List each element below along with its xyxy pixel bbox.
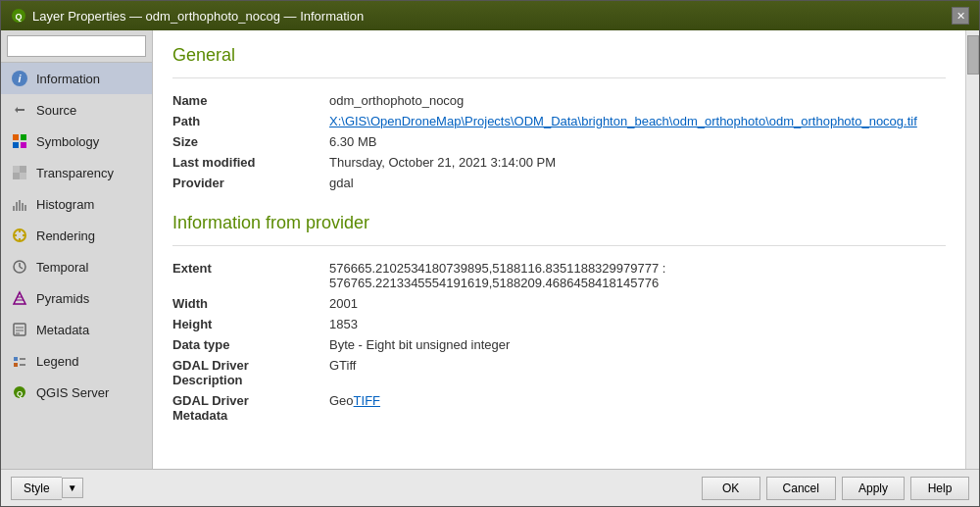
qgis-server-icon: Q bbox=[11, 383, 28, 401]
title-bar-left: Q Layer Properties — odm_orthophoto_noco… bbox=[11, 8, 364, 24]
style-button[interactable]: Style bbox=[11, 477, 62, 500]
footer: Style ▼ OK Cancel Apply Help bbox=[1, 469, 979, 506]
field-value-data-type: Byte - Eight bit unsigned integer bbox=[329, 334, 946, 355]
sidebar-item-information[interactable]: i Information bbox=[1, 63, 152, 94]
field-value-extent: 576665.2102534180739895,5188116.83511883… bbox=[329, 258, 946, 293]
apply-button[interactable]: Apply bbox=[842, 477, 905, 500]
scrollbar[interactable] bbox=[965, 30, 979, 469]
provider-title: Information from provider bbox=[172, 213, 946, 233]
sidebar-item-pyramids[interactable]: Pyramids bbox=[1, 282, 152, 314]
footer-left: Style ▼ bbox=[11, 477, 83, 500]
sidebar-item-qgis-server[interactable]: Q QGIS Server bbox=[1, 377, 152, 408]
sidebar-label-legend: Legend bbox=[36, 354, 78, 369]
transparency-icon bbox=[11, 164, 28, 181]
temporal-icon bbox=[11, 258, 28, 276]
table-row: Last modified Thursday, October 21, 2021… bbox=[172, 152, 946, 173]
field-value-size: 6.30 MB bbox=[329, 131, 946, 152]
table-row: Path X:\GIS\OpenDroneMap\Projects\ODM_Da… bbox=[172, 111, 946, 131]
general-divider bbox=[172, 77, 946, 78]
field-value-gdal-driver-desc: GTiff bbox=[329, 355, 946, 390]
sidebar-item-legend[interactable]: Legend bbox=[1, 345, 152, 377]
sidebar-label-temporal: Temporal bbox=[36, 260, 88, 275]
field-value-provider: gdal bbox=[329, 173, 946, 193]
field-value-name: odm_orthophoto_nocog bbox=[329, 90, 946, 111]
svg-rect-11 bbox=[16, 202, 18, 211]
provider-divider bbox=[172, 245, 946, 246]
sidebar-item-rendering[interactable]: Rendering bbox=[1, 220, 152, 251]
field-label-gdal-driver-desc: GDAL DriverDescription bbox=[172, 355, 329, 390]
table-row: Height 1853 bbox=[172, 314, 946, 334]
style-button-group: Style ▼ bbox=[11, 477, 83, 500]
svg-rect-14 bbox=[24, 205, 26, 211]
rendering-icon bbox=[11, 227, 28, 244]
general-info-table: Name odm_orthophoto_nocog Path X:\GIS\Op… bbox=[172, 90, 946, 193]
search-input[interactable] bbox=[7, 35, 146, 57]
svg-marker-23 bbox=[14, 292, 25, 304]
sidebar-label-histogram: Histogram bbox=[36, 197, 94, 212]
field-label-extent: Extent bbox=[172, 258, 329, 293]
table-row: GDAL DriverDescription GTiff bbox=[172, 355, 946, 390]
content-area: General Name odm_orthophoto_nocog Path X… bbox=[153, 30, 965, 469]
geotiff-link[interactable]: TIFF bbox=[354, 393, 380, 408]
sidebar-label-metadata: Metadata bbox=[36, 323, 89, 337]
path-link[interactable]: X:\GIS\OpenDroneMap\Projects\ODM_Data\br… bbox=[329, 114, 917, 128]
sidebar-label-transparency: Transparency bbox=[36, 166, 114, 180]
sidebar-label-information: Information bbox=[36, 72, 100, 86]
pyramids-icon bbox=[11, 289, 28, 307]
svg-rect-6 bbox=[13, 166, 20, 173]
sidebar-label-qgis-server: QGIS Server bbox=[36, 385, 109, 400]
search-bar bbox=[1, 30, 152, 63]
qgis-title-icon: Q bbox=[11, 8, 26, 24]
provider-section: Information from provider Extent 576665.… bbox=[172, 213, 946, 426]
table-row: Size 6.30 MB bbox=[172, 131, 946, 152]
svg-text:Q: Q bbox=[17, 389, 23, 398]
field-label-path: Path bbox=[172, 111, 329, 131]
source-icon bbox=[11, 101, 28, 119]
table-row: Width 2001 bbox=[172, 293, 946, 314]
ok-button[interactable]: OK bbox=[702, 477, 760, 500]
field-value-gdal-driver-meta: GeoTIFF bbox=[329, 390, 946, 426]
table-row: Provider gdal bbox=[172, 173, 946, 193]
svg-line-22 bbox=[20, 267, 23, 269]
histogram-icon bbox=[11, 195, 28, 213]
close-button[interactable]: ✕ bbox=[952, 7, 969, 25]
svg-rect-13 bbox=[22, 203, 24, 211]
style-dropdown-arrow[interactable]: ▼ bbox=[62, 478, 83, 498]
svg-rect-4 bbox=[13, 142, 19, 148]
table-row: Name odm_orthophoto_nocog bbox=[172, 90, 946, 111]
table-row: Extent 576665.2102534180739895,5188116.8… bbox=[172, 258, 946, 293]
scrollbar-thumb[interactable] bbox=[967, 35, 979, 75]
sidebar-item-temporal[interactable]: Temporal bbox=[1, 251, 152, 282]
sidebar-label-pyramids: Pyramids bbox=[36, 291, 89, 306]
svg-rect-8 bbox=[13, 173, 20, 179]
svg-rect-3 bbox=[21, 134, 26, 140]
svg-rect-7 bbox=[20, 166, 26, 173]
title-bar-text: Layer Properties — odm_orthophoto_nocog … bbox=[32, 9, 364, 24]
sidebar-item-histogram[interactable]: Histogram bbox=[1, 188, 152, 220]
field-value-height: 1853 bbox=[329, 314, 946, 334]
sidebar-label-symbology: Symbology bbox=[36, 134, 99, 149]
field-label-width: Width bbox=[172, 293, 329, 314]
svg-rect-30 bbox=[14, 357, 18, 361]
main-content: i Information Source bbox=[1, 30, 979, 469]
svg-text:Q: Q bbox=[15, 12, 22, 22]
sidebar: i Information Source bbox=[1, 30, 153, 469]
info-icon: i bbox=[11, 70, 28, 87]
cancel-button[interactable]: Cancel bbox=[766, 477, 836, 500]
field-label-provider: Provider bbox=[172, 173, 329, 193]
field-label-gdal-driver-meta: GDAL DriverMetadata bbox=[172, 390, 329, 426]
title-bar: Q Layer Properties — odm_orthophoto_noco… bbox=[1, 1, 979, 30]
sidebar-item-source[interactable]: Source bbox=[1, 94, 152, 126]
metadata-icon bbox=[11, 321, 28, 338]
field-label-size: Size bbox=[172, 131, 329, 152]
help-button[interactable]: Help bbox=[910, 477, 969, 500]
sidebar-item-symbology[interactable]: Symbology bbox=[1, 126, 152, 157]
table-row: GDAL DriverMetadata GeoTIFF bbox=[172, 390, 946, 426]
sidebar-item-metadata[interactable]: Metadata bbox=[1, 314, 152, 345]
svg-rect-12 bbox=[19, 200, 21, 211]
svg-rect-10 bbox=[13, 206, 15, 211]
sidebar-item-transparency[interactable]: Transparency bbox=[1, 157, 152, 188]
svg-rect-2 bbox=[13, 134, 19, 140]
field-label-data-type: Data type bbox=[172, 334, 329, 355]
general-title: General bbox=[172, 45, 946, 66]
